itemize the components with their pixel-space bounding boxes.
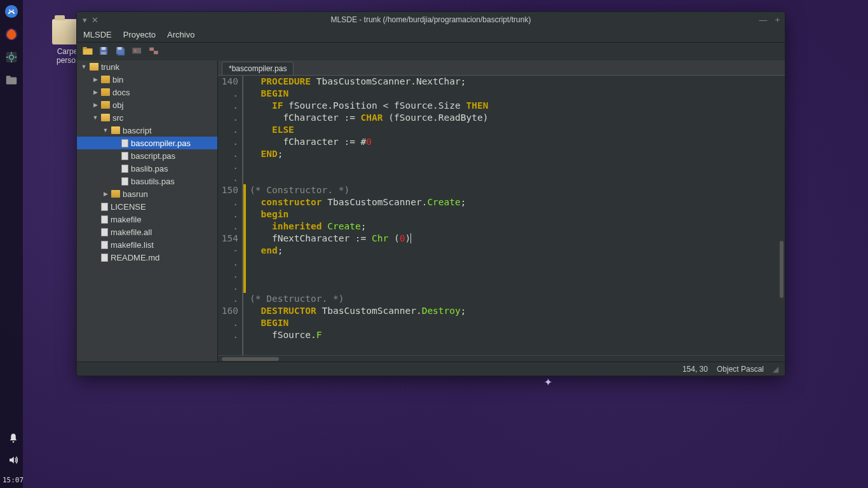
build-button[interactable] [148, 46, 161, 57]
vertical-scrollbar[interactable] [778, 114, 783, 317]
code-line[interactable] [250, 160, 785, 172]
tree-item-bascript-pas[interactable]: bascript.pas [77, 149, 217, 162]
settings-icon[interactable] [4, 50, 19, 65]
code-line[interactable]: fSource.F [250, 329, 785, 341]
notification-icon[interactable] [8, 433, 19, 445]
svg-rect-10 [6, 78, 17, 85]
run-button[interactable] [132, 46, 144, 57]
statusbar: 154, 30 Object Pascal ◢ [77, 362, 785, 376]
menu-proyecto[interactable]: Proyecto [123, 30, 156, 39]
line-number: 160 [218, 305, 238, 317]
tree-item-obj[interactable]: ▶obj [77, 98, 217, 111]
horizontal-scrollbar[interactable] [218, 355, 785, 362]
code-line[interactable]: constructor TbasCustomScanner.Create; [250, 196, 785, 208]
tree-item-basutils-pas[interactable]: basutils.pas [77, 175, 217, 187]
code-content[interactable]: PROCEDURE TbasCustomScanner.NextChar; BE… [246, 76, 785, 355]
open-folder-button[interactable] [82, 46, 95, 57]
svg-point-2 [13, 10, 14, 11]
code-line[interactable]: (* Constructor. *) [250, 184, 785, 196]
tree-item-docs[interactable]: ▶docs [77, 86, 217, 98]
language-mode[interactable]: Object Pascal [717, 365, 764, 374]
code-line[interactable]: begin [250, 208, 785, 220]
tree-item-basrun[interactable]: ▶basrun [77, 187, 217, 200]
code-line[interactable] [250, 269, 785, 281]
volume-icon[interactable] [8, 454, 19, 467]
tree-item-src[interactable]: ▼src [77, 111, 217, 124]
cursor-position: 154, 30 [682, 365, 708, 374]
tree-item-bin[interactable]: ▶bin [77, 73, 217, 86]
tree-item-label: basutils.pas [131, 177, 175, 186]
files-icon[interactable] [4, 72, 19, 88]
tree-arrow-icon[interactable]: ▼ [102, 127, 109, 133]
folder-icon [111, 190, 120, 198]
menu-mlsde[interactable]: MLSDE [83, 30, 112, 39]
code-line[interactable] [250, 257, 785, 269]
window-menu-icon[interactable]: ▾ [81, 16, 88, 24]
resize-grip-icon[interactable]: ◢ [773, 365, 778, 374]
close-icon[interactable]: ✕ [91, 16, 98, 24]
tree-item-label: bascript.pas [131, 151, 175, 161]
code-line[interactable]: IF fSource.Position < fSource.Size THEN [250, 100, 785, 112]
xfce-menu-icon[interactable] [4, 4, 19, 19]
tree-item-LICENSE[interactable]: LICENSE [77, 200, 217, 213]
line-number: . [218, 196, 238, 208]
save-button[interactable] [98, 46, 111, 57]
tree-item-bascompiler-pas[interactable]: bascompiler.pas [77, 137, 217, 149]
file-icon [101, 254, 108, 262]
tree-item-makefile-all[interactable]: makefile.all [77, 226, 217, 238]
file-tab[interactable]: *bascompiler.pas [222, 62, 294, 75]
firefox-icon[interactable] [4, 27, 19, 42]
clock[interactable]: 15:07 [3, 476, 24, 484]
code-line[interactable]: ELSE [250, 124, 785, 136]
tree-item-label: docs [112, 88, 130, 97]
line-number: . [218, 100, 238, 112]
code-line[interactable]: end; [250, 245, 785, 257]
code-line[interactable]: fNextCharacter := Chr (0) [250, 233, 785, 245]
tree-item-bascript[interactable]: ▼bascript [77, 124, 217, 137]
tree-arrow-icon[interactable]: ▶ [92, 89, 98, 95]
maximize-icon[interactable]: ＋ [773, 16, 781, 24]
tree-item-baslib-pas[interactable]: baslib.pas [77, 162, 217, 175]
code-line[interactable]: PROCEDURE TbasCustomScanner.NextChar; [250, 76, 785, 88]
menu-archivo[interactable]: Archivo [167, 30, 194, 39]
vertical-scroll-thumb[interactable] [780, 241, 783, 298]
code-line[interactable]: fCharacter := #0 [250, 136, 785, 148]
titlebar[interactable]: ▾ ✕ MLSDE - trunk (/home/burdjia/program… [77, 12, 785, 27]
tree-item-makefile[interactable]: makefile [77, 213, 217, 226]
tree-arrow-icon[interactable]: ▼ [92, 114, 98, 121]
project-tree[interactable]: ▼trunk▶bin▶docs▶obj▼src▼bascriptbascompi… [77, 60, 218, 362]
editor-panel: *bascompiler.pas 140........150...154-..… [218, 60, 785, 362]
tree-item-label: baslib.pas [131, 164, 168, 173]
line-number: . [218, 148, 238, 160]
line-gutter: 140........150...154-....160.. [218, 76, 243, 355]
svg-rect-20 [133, 48, 142, 53]
tree-item-trunk[interactable]: ▼trunk [77, 60, 217, 73]
tree-arrow-icon[interactable]: ▶ [102, 191, 109, 197]
tree-item-label: trunk [101, 62, 119, 72]
tree-arrow-icon[interactable]: ▼ [81, 64, 87, 70]
code-line[interactable] [250, 172, 785, 184]
tree-arrow-icon[interactable]: ▶ [92, 76, 98, 83]
tree-item-makefile-list[interactable]: makefile.list [77, 238, 217, 251]
code-line[interactable]: END; [250, 148, 785, 160]
tree-item-README-md[interactable]: README.md [77, 251, 217, 264]
save-all-button[interactable] [115, 46, 128, 57]
code-line[interactable]: fCharacter := CHAR (fSource.ReadByte) [250, 112, 785, 124]
tree-arrow-icon[interactable]: ▶ [92, 102, 98, 108]
code-editor[interactable]: 140........150...154-....160.. PROCEDURE… [218, 76, 785, 355]
horizontal-scroll-thumb[interactable] [222, 357, 279, 361]
code-line[interactable]: BEGIN [250, 88, 785, 100]
code-line[interactable] [250, 281, 785, 293]
desktop-taskbar: 15:07 [0, 0, 23, 488]
sparkle-decoration: ✦ [544, 376, 552, 388]
tree-item-label: makefile.all [111, 227, 152, 237]
minimize-icon[interactable]: — [759, 16, 767, 24]
code-line[interactable]: (* Destructor. *) [250, 293, 785, 305]
folder-icon [101, 76, 110, 83]
svg-rect-16 [101, 51, 106, 55]
code-line[interactable]: BEGIN [250, 317, 785, 329]
svg-rect-13 [83, 47, 87, 50]
code-line[interactable]: DESTRUCTOR TbasCustomScanner.Destroy; [250, 305, 785, 317]
tree-item-label: bascompiler.pas [131, 139, 191, 148]
code-line[interactable]: inherited Create; [250, 220, 785, 233]
